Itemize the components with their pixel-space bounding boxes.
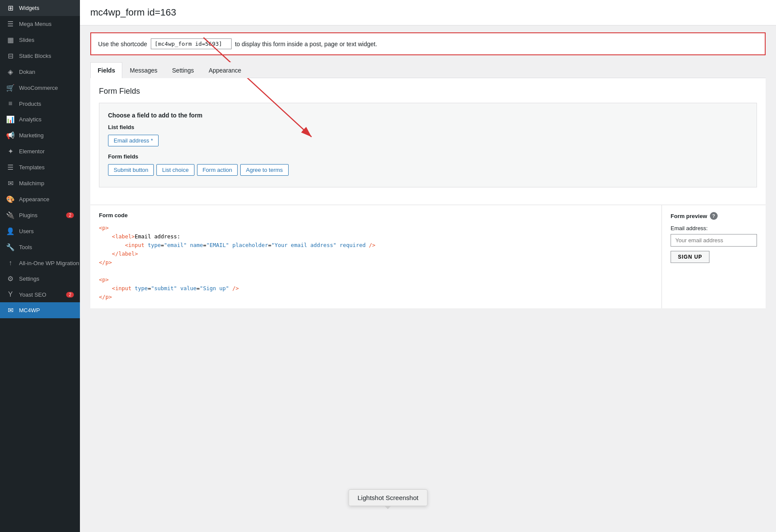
form-code-heading: Form code (99, 212, 653, 218)
form-field-btn-agree-to-terms[interactable]: Agree to terms (240, 164, 288, 176)
products-icon: ≡ (6, 100, 15, 108)
choose-field-label: Choose a field to add to the form (108, 112, 748, 119)
sidebar-label-tools: Tools (19, 244, 32, 250)
list-fields-label: List fields (108, 124, 748, 130)
page-title: mc4wp_form id=163 (90, 7, 766, 18)
sidebar-item-marketing[interactable]: 📢 Marketing (0, 127, 80, 143)
form-field-btn-submit-button[interactable]: Submit button (108, 164, 154, 176)
sidebar-item-slides[interactable]: ▦ Slides (0, 32, 80, 48)
sidebar-item-mailchimp[interactable]: ✉ Mailchimp (0, 175, 80, 191)
marketing-icon: 📢 (6, 131, 15, 139)
sidebar-item-mega-menus[interactable]: ☰ Mega Menus (0, 16, 80, 32)
badge-yoast-seo: 2 (66, 292, 74, 298)
page-header: mc4wp_form id=163 (80, 0, 776, 25)
shortcode-bar: Use the shortcode to display this form i… (90, 32, 766, 55)
sidebar-label-elementor: Elementor (19, 148, 45, 155)
elementor-icon: ✦ (6, 147, 15, 155)
settings-icon: ⚙ (6, 275, 15, 283)
sidebar-label-yoast-seo: Yoast SEO (19, 291, 46, 298)
fields-panel: Choose a field to add to the form List f… (99, 103, 757, 187)
sidebar-item-products[interactable]: ≡ Products (0, 96, 80, 111)
widgets-icon: ⊞ (6, 4, 15, 12)
tab-messages[interactable]: Messages (122, 62, 165, 78)
sidebar-item-appearance[interactable]: 🎨 Appearance (0, 191, 80, 207)
shortcode-prefix: Use the shortcode (98, 41, 147, 48)
sidebar-label-mailchimp: Mailchimp (19, 180, 45, 187)
mc4wp-icon: ✉ (6, 306, 15, 314)
list-fields-container: Email address * (108, 135, 748, 146)
badge-plugins: 2 (66, 212, 74, 218)
sidebar-label-appearance: Appearance (19, 196, 49, 203)
yoast-seo-icon: Y (6, 291, 15, 298)
sidebar-label-widgets: Widgets (19, 5, 39, 11)
shortcode-input[interactable] (151, 38, 232, 49)
sidebar-item-plugins[interactable]: 🔌 Plugins 2 (0, 207, 80, 223)
mailchimp-icon: ✉ (6, 179, 15, 187)
lightshot-tooltip: Lightshot Screenshot (349, 489, 428, 506)
form-fields-row: Form fields Submit buttonList choiceForm… (108, 153, 748, 178)
tab-fields[interactable]: Fields (90, 62, 122, 78)
list-field-email-address[interactable]: Email address * (108, 135, 159, 146)
sidebar-items: ⊞ Widgets ☰ Mega Menus ▦ Slides ⊟ Static… (0, 0, 80, 318)
lightshot-label: Lightshot Screenshot (358, 494, 419, 501)
tools-icon: 🔧 (6, 243, 15, 251)
form-fields-container: Submit buttonList choiceForm actionAgree… (108, 164, 748, 178)
shortcode-suffix: to display this form inside a post, page… (235, 41, 377, 48)
dokan-icon: ◈ (6, 68, 15, 76)
form-code-heading-text: Form code (99, 212, 127, 218)
sidebar-label-marketing: Marketing (19, 132, 44, 139)
sidebar-label-all-in-one: All-in-One WP Migration (19, 260, 79, 266)
form-fields-title: Form Fields (99, 87, 757, 96)
form-field-btn-list-choice[interactable]: List choice (156, 164, 194, 176)
form-preview-heading: Form preview ? (671, 212, 757, 220)
tab-appearance[interactable]: Appearance (201, 62, 249, 78)
sidebar-item-users[interactable]: 👤 Users (0, 223, 80, 239)
sidebar-label-mega-menus: Mega Menus (19, 21, 51, 27)
templates-icon: ☰ (6, 163, 15, 171)
sidebar: ⊞ Widgets ☰ Mega Menus ▦ Slides ⊟ Static… (0, 0, 80, 532)
sidebar-label-templates: Templates (19, 164, 45, 171)
sidebar-label-mc4wp: MC4WP (19, 307, 40, 314)
sidebar-label-settings: Settings (19, 276, 39, 282)
sidebar-item-static-blocks[interactable]: ⊟ Static Blocks (0, 48, 80, 64)
sidebar-item-settings[interactable]: ⚙ Settings (0, 271, 80, 287)
sidebar-label-static-blocks: Static Blocks (19, 53, 51, 59)
static-blocks-icon: ⊟ (6, 52, 15, 60)
form-preview-heading-text: Form preview (671, 213, 707, 219)
form-preview-section: Form preview ? Email address: SIGN UP (662, 205, 766, 308)
tabs-nav: FieldsMessagesSettingsAppearance (90, 62, 766, 78)
preview-submit-button[interactable]: SIGN UP (671, 251, 709, 263)
sidebar-item-all-in-one[interactable]: ↑ All-in-One WP Migration (0, 255, 80, 271)
preview-email-input[interactable] (671, 234, 757, 247)
mega-menus-icon: ☰ (6, 20, 15, 28)
sidebar-label-slides: Slides (19, 37, 34, 43)
sidebar-item-dokan[interactable]: ◈ Dokan (0, 64, 80, 80)
sidebar-item-woocommerce[interactable]: 🛒 WooCommerce (0, 80, 80, 96)
sidebar-item-templates[interactable]: ☰ Templates (0, 159, 80, 175)
sidebar-item-mc4wp[interactable]: ✉ MC4WP (0, 302, 80, 318)
sidebar-label-analytics: Analytics (19, 116, 41, 123)
preview-email-label: Email address: (671, 225, 757, 231)
form-fields-label: Form fields (108, 153, 748, 160)
users-icon: 👤 (6, 227, 15, 235)
sidebar-item-widgets[interactable]: ⊞ Widgets (0, 0, 80, 16)
tab-settings[interactable]: Settings (165, 62, 201, 78)
all-in-one-icon: ↑ (6, 259, 15, 267)
tabs-area: FieldsMessagesSettingsAppearance (90, 62, 766, 78)
code-preview-row: Form code <p> <label>Email address: <inp… (90, 205, 766, 308)
sidebar-label-dokan: Dokan (19, 69, 35, 75)
sidebar-item-analytics[interactable]: 📊 Analytics (0, 111, 80, 127)
help-icon[interactable]: ? (710, 212, 718, 220)
content-area: Form Fields Choose a field to add to the… (90, 78, 766, 205)
sidebar-item-yoast-seo[interactable]: Y Yoast SEO 2 (0, 287, 80, 302)
slides-icon: ▦ (6, 36, 15, 44)
sidebar-label-woocommerce: WooCommerce (19, 85, 58, 91)
code-block[interactable]: <p> <label>Email address: <input type="e… (99, 224, 653, 301)
analytics-icon: 📊 (6, 115, 15, 124)
sidebar-item-tools[interactable]: 🔧 Tools (0, 239, 80, 255)
form-code-section: Form code <p> <label>Email address: <inp… (90, 205, 662, 308)
sidebar-label-plugins: Plugins (19, 212, 38, 218)
sidebar-label-products: Products (19, 101, 41, 107)
sidebar-item-elementor[interactable]: ✦ Elementor (0, 143, 80, 159)
form-field-btn-form-action[interactable]: Form action (197, 164, 238, 176)
